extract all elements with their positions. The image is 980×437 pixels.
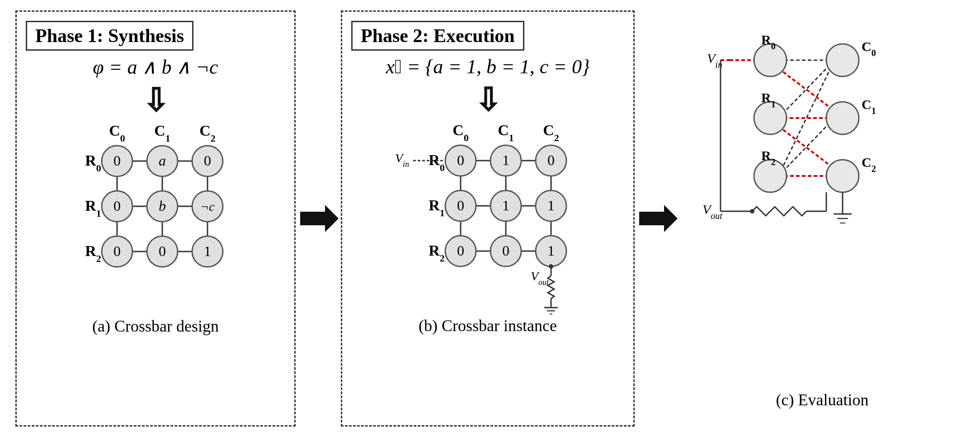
phase2-down-arrow: ⇩ [475,85,501,116]
svg-point-69 [549,264,553,269]
svg-text:R1: R1 [429,197,445,218]
svg-text:C2: C2 [862,155,876,174]
svg-point-87 [826,44,859,76]
svg-text:R1: R1 [85,197,101,219]
svg-text:R0: R0 [429,152,445,173]
phase1-caption: (a) Crossbar design [92,317,219,336]
svg-text:1: 1 [502,152,509,168]
svg-point-83 [754,102,787,134]
phase2-panel: Phase 2: Execution x⃗ = {a = 1, b = 1, c… [341,10,635,427]
arrow2 [635,10,680,427]
phase2-label: Phase 2: Execution [351,21,524,51]
phase1-crossbar: C0 C1 C2 R0 R1 R2 [70,120,241,315]
svg-text:0: 0 [457,197,464,214]
svg-text:R0: R0 [85,152,101,174]
svg-line-75 [778,126,834,169]
svg-text:C2: C2 [199,122,216,144]
phase2-caption: (b) Crossbar instance [419,316,557,335]
svg-point-85 [754,160,787,192]
svg-text:Vin: Vin [395,151,409,169]
svg-text:1: 1 [204,243,211,259]
svg-text:C1: C1 [498,122,514,143]
phase2-formula: x⃗ = {a = 1, b = 1, c = 0} [386,55,589,78]
svg-text:0: 0 [204,152,211,169]
svg-text:0: 0 [457,152,464,168]
svg-text:C1: C1 [154,122,170,144]
svg-text:C0: C0 [109,122,125,144]
svg-text:0: 0 [113,243,121,259]
svg-text:1: 1 [547,197,555,214]
eval-panel: Vin [680,10,965,427]
svg-text:0: 0 [547,152,555,168]
svg-text:a: a [159,152,166,169]
svg-text:b: b [159,198,166,214]
svg-text:1: 1 [547,242,555,259]
phase1-formula: φ = a ∧ b ∧ ¬c [93,55,218,79]
phase1-panel: Phase 1: Synthesis φ = a ∧ b ∧ ¬c ⇩ C0 C… [15,10,296,427]
svg-text:Vout: Vout [531,269,549,287]
svg-text:¬c: ¬c [200,200,215,214]
svg-text:C0: C0 [452,122,469,143]
phase1-label: Phase 1: Synthesis [26,21,193,51]
phase1-down-arrow: ⇩ [142,85,169,117]
svg-point-89 [826,102,859,134]
svg-marker-30 [300,205,339,232]
eval-circuit: Vin [698,19,947,390]
svg-text:R2: R2 [429,242,445,264]
svg-line-79 [778,118,834,176]
svg-text:Vout: Vout [702,202,722,221]
svg-point-91 [826,160,859,192]
phase2-crossbar: Vin C0 C1 C2 R0 R1 R2 [391,120,585,314]
svg-text:0: 0 [159,243,166,259]
svg-marker-70 [639,205,678,232]
svg-text:C1: C1 [862,97,876,116]
svg-text:0: 0 [457,242,464,259]
svg-line-77 [778,60,834,118]
main-container: Phase 1: Synthesis φ = a ∧ b ∧ ¬c ⇩ C0 C… [15,10,965,427]
svg-text:0: 0 [113,152,121,169]
arrow1 [296,10,341,427]
svg-text:C0: C0 [862,39,876,58]
svg-line-73 [778,68,834,111]
eval-caption: (c) Evaluation [776,390,869,409]
svg-text:1: 1 [502,197,509,214]
svg-text:C2: C2 [543,122,559,143]
svg-text:R2: R2 [85,242,101,264]
svg-text:0: 0 [113,198,121,214]
svg-point-81 [754,44,787,76]
svg-text:0: 0 [502,242,509,259]
